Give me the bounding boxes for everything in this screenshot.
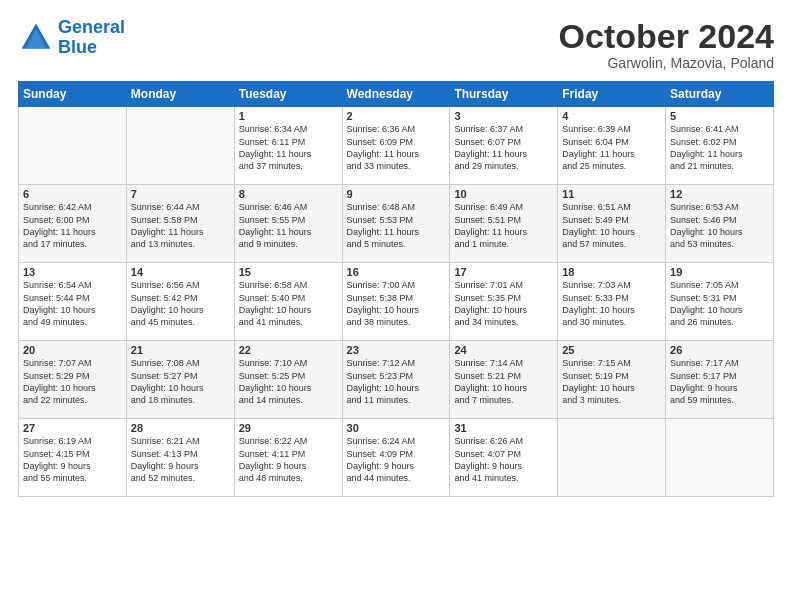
logo-line2: Blue bbox=[58, 37, 97, 57]
cell-content: Sunrise: 7:01 AM Sunset: 5:35 PM Dayligh… bbox=[454, 279, 553, 328]
weekday-header: Wednesday bbox=[342, 82, 450, 107]
calendar-cell: 2Sunrise: 6:36 AM Sunset: 6:09 PM Daylig… bbox=[342, 107, 450, 185]
cell-content: Sunrise: 6:53 AM Sunset: 5:46 PM Dayligh… bbox=[670, 201, 769, 250]
calendar-week-row: 27Sunrise: 6:19 AM Sunset: 4:15 PM Dayli… bbox=[19, 419, 774, 497]
calendar-cell: 15Sunrise: 6:58 AM Sunset: 5:40 PM Dayli… bbox=[234, 263, 342, 341]
day-number: 17 bbox=[454, 266, 553, 278]
day-number: 7 bbox=[131, 188, 230, 200]
day-number: 28 bbox=[131, 422, 230, 434]
calendar-cell: 19Sunrise: 7:05 AM Sunset: 5:31 PM Dayli… bbox=[666, 263, 774, 341]
calendar-cell: 1Sunrise: 6:34 AM Sunset: 6:11 PM Daylig… bbox=[234, 107, 342, 185]
cell-content: Sunrise: 6:37 AM Sunset: 6:07 PM Dayligh… bbox=[454, 123, 553, 172]
calendar-cell: 11Sunrise: 6:51 AM Sunset: 5:49 PM Dayli… bbox=[558, 185, 666, 263]
calendar-cell: 27Sunrise: 6:19 AM Sunset: 4:15 PM Dayli… bbox=[19, 419, 127, 497]
calendar-cell: 9Sunrise: 6:48 AM Sunset: 5:53 PM Daylig… bbox=[342, 185, 450, 263]
day-number: 15 bbox=[239, 266, 338, 278]
calendar-cell: 30Sunrise: 6:24 AM Sunset: 4:09 PM Dayli… bbox=[342, 419, 450, 497]
day-number: 29 bbox=[239, 422, 338, 434]
cell-content: Sunrise: 6:46 AM Sunset: 5:55 PM Dayligh… bbox=[239, 201, 338, 250]
cell-content: Sunrise: 6:36 AM Sunset: 6:09 PM Dayligh… bbox=[347, 123, 446, 172]
logo: General Blue bbox=[18, 18, 125, 58]
weekday-header-row: SundayMondayTuesdayWednesdayThursdayFrid… bbox=[19, 82, 774, 107]
logo-line1: General bbox=[58, 17, 125, 37]
calendar-week-row: 6Sunrise: 6:42 AM Sunset: 6:00 PM Daylig… bbox=[19, 185, 774, 263]
cell-content: Sunrise: 7:05 AM Sunset: 5:31 PM Dayligh… bbox=[670, 279, 769, 328]
day-number: 4 bbox=[562, 110, 661, 122]
weekday-header: Friday bbox=[558, 82, 666, 107]
calendar-cell bbox=[126, 107, 234, 185]
day-number: 25 bbox=[562, 344, 661, 356]
logo-text: General Blue bbox=[58, 18, 125, 58]
calendar-cell: 7Sunrise: 6:44 AM Sunset: 5:58 PM Daylig… bbox=[126, 185, 234, 263]
day-number: 10 bbox=[454, 188, 553, 200]
day-number: 21 bbox=[131, 344, 230, 356]
day-number: 8 bbox=[239, 188, 338, 200]
calendar-cell: 6Sunrise: 6:42 AM Sunset: 6:00 PM Daylig… bbox=[19, 185, 127, 263]
calendar-cell: 28Sunrise: 6:21 AM Sunset: 4:13 PM Dayli… bbox=[126, 419, 234, 497]
cell-content: Sunrise: 6:51 AM Sunset: 5:49 PM Dayligh… bbox=[562, 201, 661, 250]
day-number: 18 bbox=[562, 266, 661, 278]
logo-icon bbox=[18, 20, 54, 56]
calendar-cell bbox=[666, 419, 774, 497]
calendar-cell: 13Sunrise: 6:54 AM Sunset: 5:44 PM Dayli… bbox=[19, 263, 127, 341]
weekday-header: Sunday bbox=[19, 82, 127, 107]
day-number: 19 bbox=[670, 266, 769, 278]
calendar-cell: 29Sunrise: 6:22 AM Sunset: 4:11 PM Dayli… bbox=[234, 419, 342, 497]
calendar-cell: 12Sunrise: 6:53 AM Sunset: 5:46 PM Dayli… bbox=[666, 185, 774, 263]
cell-content: Sunrise: 6:44 AM Sunset: 5:58 PM Dayligh… bbox=[131, 201, 230, 250]
cell-content: Sunrise: 6:58 AM Sunset: 5:40 PM Dayligh… bbox=[239, 279, 338, 328]
day-number: 14 bbox=[131, 266, 230, 278]
cell-content: Sunrise: 7:00 AM Sunset: 5:38 PM Dayligh… bbox=[347, 279, 446, 328]
day-number: 26 bbox=[670, 344, 769, 356]
calendar-cell: 18Sunrise: 7:03 AM Sunset: 5:33 PM Dayli… bbox=[558, 263, 666, 341]
day-number: 22 bbox=[239, 344, 338, 356]
calendar-cell: 5Sunrise: 6:41 AM Sunset: 6:02 PM Daylig… bbox=[666, 107, 774, 185]
cell-content: Sunrise: 7:15 AM Sunset: 5:19 PM Dayligh… bbox=[562, 357, 661, 406]
day-number: 23 bbox=[347, 344, 446, 356]
cell-content: Sunrise: 6:56 AM Sunset: 5:42 PM Dayligh… bbox=[131, 279, 230, 328]
calendar-cell: 3Sunrise: 6:37 AM Sunset: 6:07 PM Daylig… bbox=[450, 107, 558, 185]
calendar-cell: 8Sunrise: 6:46 AM Sunset: 5:55 PM Daylig… bbox=[234, 185, 342, 263]
title-block: October 2024 Garwolin, Mazovia, Poland bbox=[559, 18, 774, 71]
calendar-table: SundayMondayTuesdayWednesdayThursdayFrid… bbox=[18, 81, 774, 497]
weekday-header: Monday bbox=[126, 82, 234, 107]
weekday-header: Saturday bbox=[666, 82, 774, 107]
day-number: 2 bbox=[347, 110, 446, 122]
calendar-cell: 23Sunrise: 7:12 AM Sunset: 5:23 PM Dayli… bbox=[342, 341, 450, 419]
day-number: 1 bbox=[239, 110, 338, 122]
cell-content: Sunrise: 7:07 AM Sunset: 5:29 PM Dayligh… bbox=[23, 357, 122, 406]
calendar-cell: 31Sunrise: 6:26 AM Sunset: 4:07 PM Dayli… bbox=[450, 419, 558, 497]
calendar-cell: 14Sunrise: 6:56 AM Sunset: 5:42 PM Dayli… bbox=[126, 263, 234, 341]
cell-content: Sunrise: 6:49 AM Sunset: 5:51 PM Dayligh… bbox=[454, 201, 553, 250]
weekday-header: Tuesday bbox=[234, 82, 342, 107]
header: General Blue October 2024 Garwolin, Mazo… bbox=[18, 18, 774, 71]
cell-content: Sunrise: 6:22 AM Sunset: 4:11 PM Dayligh… bbox=[239, 435, 338, 484]
calendar-cell: 26Sunrise: 7:17 AM Sunset: 5:17 PM Dayli… bbox=[666, 341, 774, 419]
day-number: 27 bbox=[23, 422, 122, 434]
calendar-week-row: 13Sunrise: 6:54 AM Sunset: 5:44 PM Dayli… bbox=[19, 263, 774, 341]
month-title: October 2024 bbox=[559, 18, 774, 55]
calendar-cell: 16Sunrise: 7:00 AM Sunset: 5:38 PM Dayli… bbox=[342, 263, 450, 341]
day-number: 6 bbox=[23, 188, 122, 200]
day-number: 12 bbox=[670, 188, 769, 200]
cell-content: Sunrise: 6:54 AM Sunset: 5:44 PM Dayligh… bbox=[23, 279, 122, 328]
calendar-cell: 21Sunrise: 7:08 AM Sunset: 5:27 PM Dayli… bbox=[126, 341, 234, 419]
cell-content: Sunrise: 7:12 AM Sunset: 5:23 PM Dayligh… bbox=[347, 357, 446, 406]
calendar-cell bbox=[19, 107, 127, 185]
cell-content: Sunrise: 7:03 AM Sunset: 5:33 PM Dayligh… bbox=[562, 279, 661, 328]
cell-content: Sunrise: 6:42 AM Sunset: 6:00 PM Dayligh… bbox=[23, 201, 122, 250]
cell-content: Sunrise: 6:48 AM Sunset: 5:53 PM Dayligh… bbox=[347, 201, 446, 250]
calendar-cell: 20Sunrise: 7:07 AM Sunset: 5:29 PM Dayli… bbox=[19, 341, 127, 419]
day-number: 9 bbox=[347, 188, 446, 200]
location-subtitle: Garwolin, Mazovia, Poland bbox=[559, 55, 774, 71]
calendar-cell bbox=[558, 419, 666, 497]
day-number: 3 bbox=[454, 110, 553, 122]
day-number: 5 bbox=[670, 110, 769, 122]
calendar-cell: 10Sunrise: 6:49 AM Sunset: 5:51 PM Dayli… bbox=[450, 185, 558, 263]
cell-content: Sunrise: 6:21 AM Sunset: 4:13 PM Dayligh… bbox=[131, 435, 230, 484]
weekday-header: Thursday bbox=[450, 82, 558, 107]
cell-content: Sunrise: 7:10 AM Sunset: 5:25 PM Dayligh… bbox=[239, 357, 338, 406]
calendar-week-row: 1Sunrise: 6:34 AM Sunset: 6:11 PM Daylig… bbox=[19, 107, 774, 185]
day-number: 16 bbox=[347, 266, 446, 278]
cell-content: Sunrise: 6:26 AM Sunset: 4:07 PM Dayligh… bbox=[454, 435, 553, 484]
